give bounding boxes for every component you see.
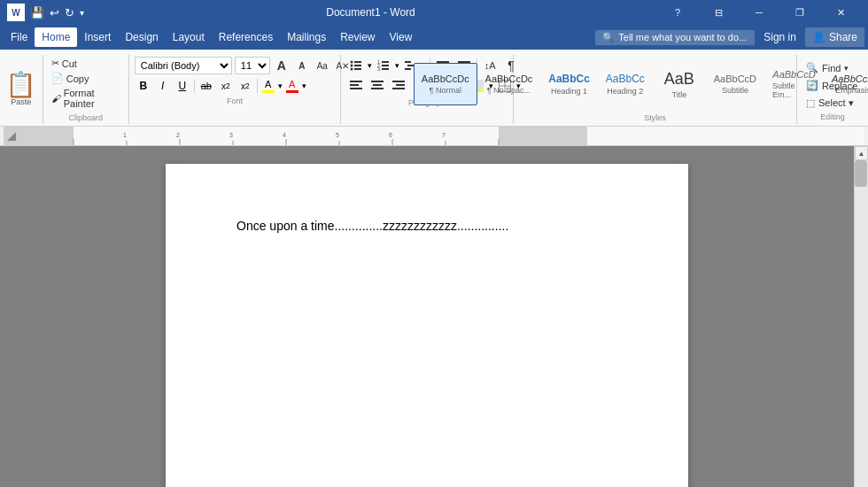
- align-right-button[interactable]: [389, 77, 408, 95]
- format-painter-button[interactable]: 🖌 Format Painter: [49, 87, 123, 110]
- cut-button[interactable]: ✂ Cut: [49, 57, 123, 70]
- copy-button[interactable]: 📄 Copy: [49, 72, 123, 85]
- style-title[interactable]: AaB Title: [653, 63, 706, 105]
- menu-file[interactable]: File: [4, 27, 35, 47]
- font-shrink-button[interactable]: A: [293, 57, 311, 74]
- menu-layout[interactable]: Layout: [166, 27, 212, 47]
- subscript-button[interactable]: x2: [217, 77, 235, 95]
- paste-label: Paste: [11, 97, 31, 106]
- redo-icon[interactable]: ↻: [65, 6, 74, 19]
- menu-design[interactable]: Design: [118, 27, 165, 47]
- document-scroll-area[interactable]: Once upon a time..............zzzzzzzzzz…: [0, 146, 854, 487]
- menu-home[interactable]: Home: [35, 27, 77, 47]
- svg-rect-5: [354, 68, 361, 70]
- svg-rect-3: [354, 65, 361, 66]
- ribbon-search-bar[interactable]: 🔍 Tell me what you want to do...: [595, 30, 755, 45]
- menu-view[interactable]: View: [383, 27, 420, 47]
- replace-icon: 🔄: [806, 80, 818, 91]
- scroll-up-button[interactable]: ▲: [855, 146, 868, 160]
- align-left-button[interactable]: [346, 77, 366, 95]
- svg-rect-12: [405, 61, 411, 63]
- svg-text:3.: 3.: [377, 66, 381, 72]
- close-button[interactable]: ✕: [820, 0, 861, 25]
- svg-rect-30: [396, 84, 405, 86]
- svg-rect-29: [392, 81, 405, 82]
- quick-save-icon[interactable]: 💾: [30, 6, 44, 19]
- style-normal[interactable]: AaBbCcDc ¶ Normal: [414, 63, 477, 105]
- ruler: 1 2 3 4 5 6 7: [0, 127, 868, 146]
- sign-in-button[interactable]: Sign in: [755, 27, 805, 47]
- superscript-button[interactable]: x2: [236, 77, 254, 95]
- font-color-button[interactable]: A: [284, 77, 300, 95]
- ribbon: 📋 Paste ✂ Cut 📄 Copy 🖌 Format Painter Cl…: [0, 50, 868, 127]
- select-button[interactable]: ⬚ Select ▾: [802, 96, 861, 111]
- select-icon: ⬚: [806, 97, 815, 109]
- minimize-button[interactable]: ─: [739, 0, 779, 25]
- find-button[interactable]: 🔍 Find ▾: [802, 60, 861, 75]
- svg-point-0: [351, 61, 353, 64]
- title-bar: W 💾 ↩ ↻ ▾ Document1 - Word ? ⊟ ─ ❐ ✕: [0, 0, 868, 25]
- font-group: Calibri (Body) 11 A A Aa A✕ B I U ab x2 …: [129, 55, 341, 124]
- numbered-dropdown-icon[interactable]: ▾: [395, 61, 399, 70]
- cut-icon: ✂: [51, 58, 59, 69]
- replace-button[interactable]: 🔄 Replace: [802, 78, 861, 93]
- share-button[interactable]: 👤 Share: [805, 27, 864, 47]
- change-case-button[interactable]: Aa: [314, 57, 331, 74]
- scroll-track[interactable]: [855, 160, 868, 487]
- font-color-letter: A: [289, 79, 295, 89]
- font-size-select[interactable]: 11: [235, 57, 270, 74]
- document-text: Once upon a time..............zzzzzzzzzz…: [236, 217, 617, 236]
- underline-button[interactable]: U: [174, 77, 191, 95]
- style-heading2[interactable]: AaBbCc Heading 2: [598, 63, 653, 105]
- italic-button[interactable]: I: [154, 77, 172, 95]
- font-group-label: Font: [227, 97, 243, 105]
- menu-insert[interactable]: Insert: [77, 27, 118, 47]
- menu-mailings[interactable]: Mailings: [280, 27, 333, 47]
- title-controls: ? ⊟ ─ ❐ ✕: [657, 0, 861, 25]
- numbered-list-button[interactable]: 1.2.3.: [374, 57, 393, 74]
- style-h1-preview: AaBbCc: [548, 73, 590, 85]
- find-dropdown-icon: ▾: [844, 64, 849, 73]
- svg-rect-23: [350, 81, 362, 82]
- bold-button[interactable]: B: [135, 77, 152, 95]
- highlight-dropdown-icon[interactable]: ▾: [278, 81, 283, 90]
- bullets-dropdown-icon[interactable]: ▾: [368, 61, 372, 70]
- svg-rect-27: [373, 84, 382, 86]
- style-heading1[interactable]: AaBbCc Heading 1: [540, 63, 598, 105]
- format-painter-icon: 🖌: [51, 93, 61, 104]
- word-logo-icon: W: [7, 4, 25, 21]
- select-label: Select ▾: [818, 97, 854, 109]
- clipboard-group-label: Clipboard: [49, 113, 123, 122]
- svg-point-4: [351, 68, 353, 71]
- style-title-label: Title: [671, 90, 686, 99]
- menu-review[interactable]: Review: [333, 27, 382, 47]
- font-color-dropdown-icon[interactable]: ▾: [302, 81, 306, 90]
- svg-rect-11: [382, 68, 389, 70]
- svg-text:2: 2: [176, 132, 180, 138]
- find-label: Find: [822, 63, 841, 73]
- bullets-button[interactable]: [346, 57, 366, 74]
- style-subtitle-preview: AaBbCcD: [714, 73, 756, 84]
- style-subtitle[interactable]: AaBbCcD Subtitle: [706, 63, 764, 105]
- document-page[interactable]: Once upon a time..............zzzzzzzzzz…: [166, 164, 688, 487]
- help-icon[interactable]: ?: [657, 0, 698, 25]
- ruler-corner-button[interactable]: [4, 127, 20, 146]
- font-name-select[interactable]: Calibri (Body): [135, 57, 232, 74]
- font-grow-button[interactable]: A: [273, 57, 291, 74]
- paste-button[interactable]: 📋 Paste: [0, 55, 43, 124]
- title-bar-left: W 💾 ↩ ↻ ▾: [7, 4, 84, 21]
- align-center-button[interactable]: [368, 77, 387, 95]
- menu-references[interactable]: References: [212, 27, 280, 47]
- restore-button[interactable]: ❐: [779, 0, 820, 25]
- styles-group: AaBbCcDc ¶ Normal AaBbCcDc ¶ No Spac... …: [514, 55, 797, 124]
- font-color-bar: [286, 90, 298, 93]
- scroll-thumb[interactable]: [855, 160, 867, 187]
- text-highlight-button[interactable]: A: [260, 77, 276, 95]
- svg-rect-24: [350, 84, 359, 86]
- strikethrough-button[interactable]: ab: [198, 77, 215, 95]
- svg-rect-41: [20, 127, 74, 146]
- undo-icon[interactable]: ↩: [50, 6, 59, 19]
- cut-label: Cut: [62, 58, 77, 69]
- style-no-space[interactable]: AaBbCcDc ¶ No Spac...: [477, 63, 541, 105]
- ribbon-toggle-icon[interactable]: ⊟: [698, 0, 739, 25]
